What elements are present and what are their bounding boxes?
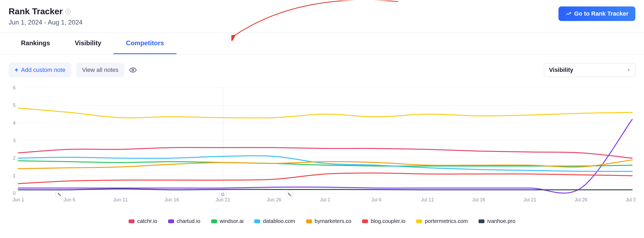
svg-text:1: 1: [13, 173, 16, 178]
legend-label: chartud.io: [177, 218, 200, 224]
metric-select[interactable]: Visibility ▼: [544, 63, 635, 77]
page-title: Rank Tracker: [9, 6, 63, 16]
cta-label: Go to Rank Tracker: [574, 10, 628, 17]
legend-swatch: [168, 219, 174, 223]
legend-swatch: [254, 219, 260, 223]
select-value: Visibility: [549, 66, 573, 74]
legend-label: bymarketers.co: [315, 218, 352, 224]
visibility-chart: 0123456Jun 1Jun 6Jun 11Jun 16Jun 21Jun 2…: [9, 86, 635, 212]
legend-item[interactable]: blog.coupler.io: [362, 218, 405, 224]
svg-text:0: 0: [13, 191, 16, 196]
svg-text:Jul 31: Jul 31: [626, 197, 635, 202]
legend-item[interactable]: bymarketers.co: [306, 218, 352, 224]
date-range: Jun 1, 2024 - Aug 1, 2024: [9, 19, 83, 26]
legend-label: portermetrics.com: [425, 218, 468, 224]
tabs-bar: Rankings Visibility Competitors: [0, 33, 644, 54]
svg-point-0: [132, 69, 134, 71]
svg-text:3: 3: [13, 138, 16, 143]
legend-swatch: [306, 219, 312, 223]
view-all-notes-button[interactable]: View all notes: [76, 63, 124, 77]
legend-swatch: [416, 219, 422, 223]
svg-text:Jun 16: Jun 16: [164, 197, 179, 202]
chevron-down-icon: ▼: [627, 68, 630, 72]
tab-visibility[interactable]: Visibility: [62, 33, 114, 54]
legend-label: catchr.io: [137, 218, 157, 224]
add-custom-note-button[interactable]: + Add custom note: [9, 62, 71, 78]
svg-text:Jul 26: Jul 26: [575, 197, 588, 202]
legend-item[interactable]: windsor.ai: [211, 218, 244, 224]
svg-text:4: 4: [13, 120, 16, 126]
tab-rankings[interactable]: Rankings: [9, 33, 62, 54]
legend-item[interactable]: catchr.io: [129, 218, 157, 224]
svg-text:G: G: [221, 192, 224, 197]
legend-swatch: [129, 219, 135, 223]
go-to-rank-tracker-button[interactable]: Go to Rank Tracker: [558, 6, 635, 21]
tab-label: Rankings: [21, 39, 50, 47]
svg-text:5: 5: [13, 103, 16, 108]
svg-text:Jun 1: Jun 1: [12, 197, 24, 202]
chart-legend: catchr.iochartud.iowindsor.aidatabloo.co…: [9, 212, 635, 224]
tab-label: Competitors: [126, 39, 164, 47]
legend-label: windsor.ai: [220, 218, 244, 224]
legend-item[interactable]: chartud.io: [168, 218, 200, 224]
svg-text:Jun 11: Jun 11: [113, 197, 128, 202]
add-note-label: Add custom note: [21, 66, 65, 74]
view-notes-label: View all notes: [82, 66, 118, 74]
chart-toolbar: + Add custom note View all notes Visibil…: [0, 54, 644, 80]
svg-text:Jun 6: Jun 6: [63, 197, 75, 202]
plus-icon: +: [15, 66, 18, 74]
legend-swatch: [479, 219, 484, 223]
svg-text:Jul 11: Jul 11: [421, 197, 434, 202]
legend-swatch: [211, 219, 217, 223]
legend-label: databloo.com: [263, 218, 295, 224]
svg-text:6: 6: [13, 86, 16, 90]
page-header: Rank Tracker i Jun 1, 2024 - Aug 1, 2024…: [0, 0, 644, 29]
tab-competitors[interactable]: Competitors: [114, 33, 176, 54]
legend-swatch: [362, 219, 368, 223]
toolbar-left: + Add custom note View all notes: [9, 62, 137, 78]
legend-item[interactable]: portermetrics.com: [416, 218, 468, 224]
svg-text:Jun 26: Jun 26: [267, 197, 281, 202]
svg-text:2: 2: [13, 155, 16, 161]
title-row: Rank Tracker i: [9, 6, 83, 16]
svg-text:Jul 16: Jul 16: [472, 197, 485, 202]
info-icon[interactable]: i: [65, 9, 71, 14]
svg-text:Jul 21: Jul 21: [523, 197, 536, 202]
legend-item[interactable]: databloo.com: [254, 218, 295, 224]
header-left: Rank Tracker i Jun 1, 2024 - Aug 1, 2024: [9, 6, 83, 26]
chart-area: 0123456Jun 1Jun 6Jun 11Jun 16Jun 21Jun 2…: [0, 80, 644, 224]
legend-item[interactable]: ivanhoe.pro: [479, 218, 515, 224]
tab-label: Visibility: [75, 39, 101, 47]
legend-label: ivanhoe.pro: [487, 218, 515, 224]
svg-text:Jul 6: Jul 6: [371, 197, 381, 202]
legend-label: blog.coupler.io: [371, 218, 405, 224]
trend-icon: [565, 11, 571, 17]
eye-icon[interactable]: [129, 66, 137, 74]
svg-text:Jul 1: Jul 1: [320, 197, 330, 202]
